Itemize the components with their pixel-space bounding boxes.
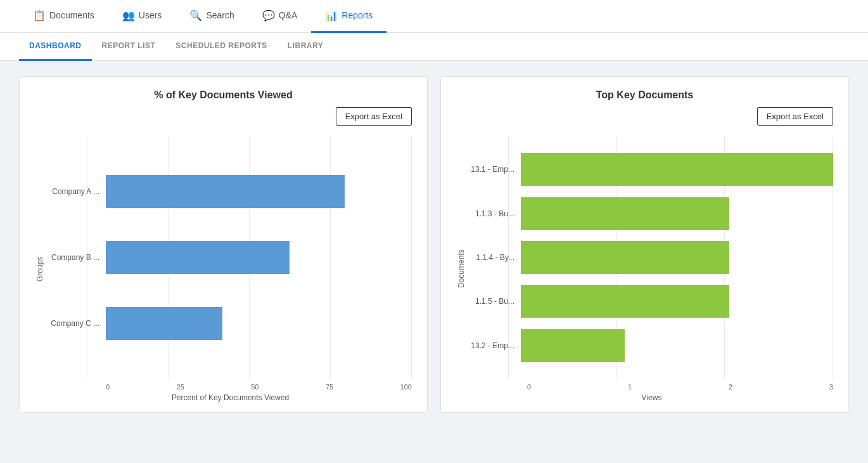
left-x-tick: 75 xyxy=(326,383,333,391)
nav-item-users[interactable]: 👥 Users xyxy=(108,0,176,33)
nav-item-qa[interactable]: 💬 Q&A xyxy=(248,0,312,33)
left-x-axis-title: Percent of Key Documents Viewed xyxy=(49,393,412,402)
left-bar-fill xyxy=(106,241,290,274)
left-bar-label: Company C ... xyxy=(49,319,99,328)
left-bar-fill xyxy=(106,175,345,208)
nav-item-reports[interactable]: 📊 Reports xyxy=(311,0,386,33)
right-bar-fill xyxy=(521,285,729,318)
right-x-axis: 0123 xyxy=(527,379,833,391)
left-export-row: Export as Excel xyxy=(35,107,412,126)
left-bar-row: Company C ... xyxy=(49,307,412,340)
right-bar-label: 1.1.5 - Bu... xyxy=(470,297,514,306)
qa-icon: 💬 xyxy=(262,10,275,22)
right-x-axis-title: Views xyxy=(470,393,833,402)
left-bar-track xyxy=(106,175,412,208)
top-nav: 📋 Documents 👥 Users 🔍 Search 💬 Q&A 📊 Rep… xyxy=(0,0,868,33)
right-chart-area: 13.1 - Emp... 1.1.3 - Bu... 1.1.4 - By..… xyxy=(470,136,833,402)
subnav-report-list[interactable]: Report List xyxy=(92,33,166,61)
right-bar-track xyxy=(521,329,833,362)
nav-label-qa: Q&A xyxy=(279,10,298,20)
right-bar-row: 1.1.4 - By... xyxy=(470,241,833,274)
main-content: % of Key Documents Viewed Export as Exce… xyxy=(0,61,868,428)
documents-icon: 📋 xyxy=(33,10,46,22)
right-chart-title: Top Key Documents xyxy=(456,89,833,101)
left-bar-chart: Groups Company A ... Company B ... xyxy=(35,136,412,402)
right-x-tick: 1 xyxy=(628,383,632,391)
left-chart-title: % of Key Documents Viewed xyxy=(35,89,412,101)
right-export-button[interactable]: Export as Excel xyxy=(757,107,833,126)
subnav-dashboard[interactable]: Dashboard xyxy=(19,33,92,61)
left-bar-track xyxy=(106,241,412,274)
right-bar-fill xyxy=(521,241,729,274)
nav-item-search[interactable]: 🔍 Search xyxy=(176,0,248,33)
right-bar-fill xyxy=(521,153,833,186)
right-chart-card: Top Key Documents Export as Excel Docume… xyxy=(440,76,849,413)
right-bar-label: 1.1.3 - Bu... xyxy=(470,209,514,218)
left-x-tick: 100 xyxy=(400,383,412,391)
left-y-axis-label: Groups xyxy=(35,136,45,402)
right-y-axis-label: Documents xyxy=(456,136,466,402)
right-bar-row: 1.1.3 - Bu... xyxy=(470,197,833,230)
right-bar-fill xyxy=(521,329,625,362)
right-bar-chart: Documents 13.1 - Emp... 1.1.3 - Bu... xyxy=(456,136,833,402)
right-x-tick: 2 xyxy=(729,383,732,391)
sub-nav: Dashboard Report List Scheduled Reports … xyxy=(0,33,868,61)
nav-label-documents: Documents xyxy=(49,10,94,20)
right-bar-label: 13.2 - Emp... xyxy=(470,341,514,350)
left-bar-track xyxy=(106,307,412,340)
left-bar-label: Company A ... xyxy=(49,187,99,196)
subnav-scheduled-reports[interactable]: Scheduled Reports xyxy=(165,33,278,61)
left-bar-row: Company A ... xyxy=(49,175,412,208)
right-bar-track xyxy=(521,197,833,230)
right-export-row: Export as Excel xyxy=(456,107,833,126)
nav-label-reports: Reports xyxy=(341,10,373,20)
left-x-tick: 25 xyxy=(177,383,184,391)
right-bar-label: 1.1.4 - By... xyxy=(470,253,514,262)
right-bar-fill xyxy=(521,197,729,230)
subnav-library[interactable]: Library xyxy=(278,33,333,61)
reports-icon: 📊 xyxy=(325,10,338,22)
nav-label-users: Users xyxy=(139,10,162,20)
nav-item-documents[interactable]: 📋 Documents xyxy=(19,0,108,33)
right-bars-section: 13.1 - Emp... 1.1.3 - Bu... 1.1.4 - By..… xyxy=(470,136,833,379)
left-bar-row: Company B ... xyxy=(49,241,412,274)
left-x-tick: 0 xyxy=(106,383,110,391)
right-bar-track xyxy=(521,153,833,186)
right-x-tick: 3 xyxy=(829,383,833,391)
search-icon: 🔍 xyxy=(189,10,202,22)
left-chart-area: Company A ... Company B ... Company C ..… xyxy=(49,136,412,402)
left-export-button[interactable]: Export as Excel xyxy=(336,107,412,126)
left-x-axis: 0255075100 xyxy=(106,379,412,391)
right-bar-row: 13.1 - Emp... xyxy=(470,153,833,186)
right-x-tick: 0 xyxy=(527,383,531,391)
nav-label-search: Search xyxy=(206,10,234,20)
right-bar-label: 13.1 - Emp... xyxy=(470,165,514,174)
users-icon: 👥 xyxy=(122,10,135,22)
right-bar-track xyxy=(521,285,833,318)
left-bars-section: Company A ... Company B ... Company C ..… xyxy=(49,136,412,379)
right-bar-row: 1.1.5 - Bu... xyxy=(470,285,833,318)
right-bar-track xyxy=(521,241,833,274)
left-chart-card: % of Key Documents Viewed Export as Exce… xyxy=(19,76,428,413)
right-bar-row: 13.2 - Emp... xyxy=(470,329,833,362)
left-x-tick: 50 xyxy=(251,383,258,391)
left-bar-label: Company B ... xyxy=(49,253,99,262)
left-bar-fill xyxy=(106,307,222,340)
